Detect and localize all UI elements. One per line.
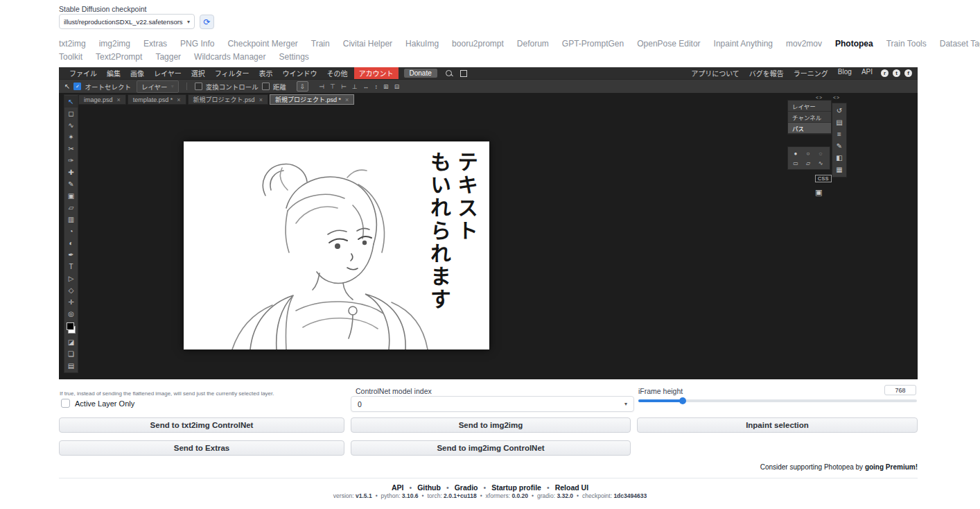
- api-link[interactable]: API: [392, 483, 404, 492]
- image-panel-icon[interactable]: ▣: [815, 188, 822, 197]
- reddit-icon[interactable]: r: [881, 69, 889, 77]
- panel-tab-paths[interactable]: パス: [788, 123, 831, 134]
- search-icon[interactable]: [446, 70, 452, 76]
- twitter-icon[interactable]: t: [893, 69, 900, 77]
- menu-file[interactable]: ファイル: [64, 68, 102, 78]
- autoselect-target-dropdown[interactable]: レイヤー ▾: [137, 80, 179, 93]
- tab-settings[interactable]: Settings: [279, 52, 308, 62]
- foreground-color-swatch[interactable]: [67, 322, 74, 330]
- pen-tool[interactable]: ✒: [64, 249, 78, 261]
- tab-tagger[interactable]: Tagger: [155, 52, 181, 62]
- menu-view[interactable]: 表示: [254, 68, 278, 78]
- send-to-img2img-controlnet-button[interactable]: Send to img2img ControlNet: [351, 440, 631, 456]
- gradio-link[interactable]: Gradio: [455, 483, 478, 492]
- snap-icon[interactable]: ⊟: [394, 83, 400, 90]
- export-icon[interactable]: ⇩: [297, 81, 309, 92]
- eraser-tool[interactable]: ▱: [64, 202, 78, 214]
- github-link[interactable]: Github: [417, 483, 441, 492]
- menu-select[interactable]: 選択: [186, 68, 210, 78]
- notes-panel-icon[interactable]: ▦: [832, 164, 846, 175]
- tab-img2img[interactable]: img2img: [99, 39, 130, 49]
- shape-tool[interactable]: ◇: [64, 284, 78, 296]
- combine-path-icon[interactable]: ▱: [802, 158, 814, 168]
- eyedropper-tool[interactable]: ✑: [64, 155, 78, 166]
- menu-layer[interactable]: レイヤー: [149, 68, 186, 78]
- checkpoint-dropdown[interactable]: illust/reproductionSDXL_v22.safetensors …: [59, 14, 195, 29]
- tab-train-tools[interactable]: Train Tools: [886, 39, 927, 49]
- menu-account[interactable]: アカウント: [354, 67, 399, 79]
- color-swatches[interactable]: [64, 321, 78, 335]
- collapse-panel-icon[interactable]: <>: [833, 95, 840, 100]
- magic-wand-tool[interactable]: ✶: [64, 131, 78, 143]
- donate-button[interactable]: Donate: [404, 69, 437, 78]
- startup-profile-link[interactable]: Startup profile: [491, 483, 541, 492]
- panel-tab-layers[interactable]: レイヤー: [788, 101, 831, 112]
- stroke-shape-icon[interactable]: ○: [802, 148, 814, 158]
- close-icon[interactable]: ×: [345, 96, 349, 103]
- tab-photopea[interactable]: Photopea: [835, 39, 873, 49]
- tab-mov2mov[interactable]: mov2mov: [786, 39, 822, 49]
- autoselect-checkbox[interactable]: ✓: [73, 83, 81, 90]
- lasso-tool[interactable]: ∿: [64, 119, 78, 131]
- text-tool[interactable]: T: [64, 261, 78, 273]
- document-tab[interactable]: template.psd *×: [128, 94, 186, 105]
- tab-deforum[interactable]: Deforum: [517, 39, 549, 49]
- css-panel-button[interactable]: CSS: [815, 175, 832, 182]
- menu-api[interactable]: API: [861, 68, 873, 78]
- menu-edit[interactable]: 編集: [102, 68, 125, 78]
- tab-dataset-tag-editor[interactable]: Dataset Tag Editor: [940, 39, 980, 49]
- layers-panel-icon[interactable]: ≡: [832, 128, 846, 140]
- tab-inpaint-anything[interactable]: Inpaint Anything: [714, 39, 773, 49]
- reload-ui-link[interactable]: Reload UI: [555, 483, 588, 492]
- menu-blog[interactable]: Blog: [838, 68, 852, 78]
- refresh-checkpoint-button[interactable]: ⟳: [200, 15, 214, 29]
- close-icon[interactable]: ×: [177, 96, 180, 103]
- panel-tab-channels[interactable]: チャンネル: [788, 112, 831, 123]
- facebook-icon[interactable]: f: [904, 69, 912, 77]
- screen-mode-icon[interactable]: ❏: [64, 348, 78, 360]
- collapse-panel-icon[interactable]: <>: [816, 95, 823, 100]
- align-bottom-icon[interactable]: ⊥: [352, 83, 358, 90]
- snapshot-icon[interactable]: ▤: [64, 360, 78, 372]
- align-left-icon[interactable]: ⊣: [319, 83, 324, 90]
- close-icon[interactable]: ×: [117, 96, 121, 103]
- menu-more[interactable]: その他: [322, 68, 353, 78]
- fullscreen-icon[interactable]: [460, 70, 467, 77]
- history-panel-icon[interactable]: ↺: [832, 105, 846, 117]
- fill-shape-icon[interactable]: ●: [789, 148, 802, 158]
- align-center-h-icon[interactable]: ⊤: [330, 83, 335, 90]
- distribute-vertical-icon[interactable]: ↕: [375, 83, 378, 90]
- send-to-img2img-button[interactable]: Send to img2img: [351, 417, 631, 433]
- tab-toolkit[interactable]: Toolkit: [59, 52, 82, 62]
- quick-mask-icon[interactable]: ◪: [64, 336, 78, 348]
- menu-image[interactable]: 画像: [125, 68, 149, 78]
- inpaint-selection-button[interactable]: Inpaint selection: [637, 417, 918, 433]
- marquee-select-tool[interactable]: ◻: [64, 107, 78, 119]
- iframe-height-slider[interactable]: [638, 397, 917, 404]
- tab-txt2img[interactable]: txt2img: [59, 39, 86, 49]
- tab-text2prompt[interactable]: Text2Prompt: [96, 52, 142, 62]
- grid-icon[interactable]: ⊞: [383, 83, 389, 90]
- document-canvas[interactable]: テキスト もいれられます: [184, 141, 489, 350]
- slider-handle[interactable]: [679, 397, 686, 404]
- rect-path-icon[interactable]: ▭: [789, 158, 802, 168]
- menu-filter[interactable]: フィルター: [210, 68, 254, 78]
- zoom-tool[interactable]: ◎: [64, 308, 78, 320]
- menu-report-bug[interactable]: バグを報告: [749, 68, 784, 78]
- tab-booru2prompt[interactable]: booru2prompt: [452, 39, 504, 49]
- document-tab[interactable]: image.psd×: [78, 94, 126, 105]
- transform-controls-checkbox[interactable]: [195, 83, 202, 90]
- document-tab[interactable]: 新規プロジェクト.psd *×: [270, 94, 354, 105]
- hand-tool[interactable]: ✛: [64, 296, 78, 308]
- close-icon[interactable]: ×: [259, 96, 263, 103]
- tab-extras[interactable]: Extras: [143, 39, 167, 49]
- menu-window[interactable]: ウインドウ: [278, 68, 322, 78]
- brush-panel-icon[interactable]: ✎: [832, 140, 846, 152]
- premium-link[interactable]: going Premium!: [865, 463, 918, 471]
- move-tool[interactable]: ↖: [64, 96, 78, 107]
- freeform-path-icon[interactable]: ∿: [814, 158, 827, 168]
- tab-gpt-promptgen[interactable]: GPT-PromptGen: [562, 39, 624, 49]
- swatches-panel-icon[interactable]: ▤: [832, 117, 846, 128]
- crop-tool[interactable]: ✂: [64, 143, 78, 155]
- tab-civitai-helper[interactable]: Civitai Helper: [343, 39, 392, 49]
